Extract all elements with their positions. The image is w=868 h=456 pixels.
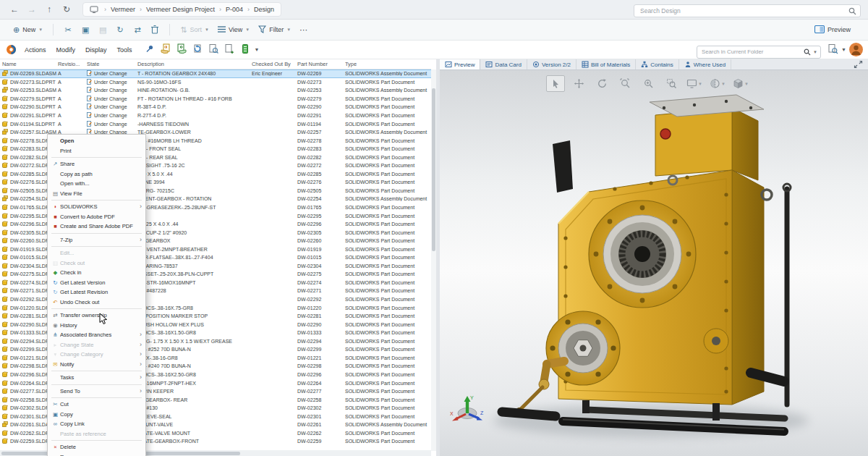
copy-button[interactable]: ▣	[77, 22, 94, 38]
context-menu-item-notify[interactable]: ✉Notify›	[48, 360, 145, 370]
context-menu-item-associated-branches[interactable]: ⋔Associated Branches›	[48, 330, 145, 340]
table-row[interactable]: DW-01194.SLDPRTAUnder Change-HARNESS TIE…	[0, 119, 431, 128]
search-menu-caret-icon[interactable]: ▼	[841, 47, 846, 52]
table-row[interactable]: DW-02291.SLDPRTAUnder ChangeR-27T-4 D.P.…	[0, 111, 431, 120]
context-menu-item-rename[interactable]: Rename	[48, 452, 145, 456]
breadcrumb-item[interactable]: Vermeer	[111, 6, 135, 13]
context-menu-item-get-latest-version[interactable]: ↻Get Latest Version	[48, 278, 145, 288]
cut-button[interactable]: ✂	[59, 22, 77, 38]
user-avatar[interactable]	[849, 43, 863, 56]
more-button[interactable]: ⋯	[295, 22, 312, 38]
table-row[interactable]: DW-02269.SLDASMAUnder ChangeT - ROTATION…	[0, 69, 431, 78]
toolbar-overflow-icon[interactable]: ▼	[255, 47, 260, 52]
context-menu-item-solidworks[interactable]: ◗SOLIDWORKS›	[48, 202, 145, 212]
global-search-input[interactable]	[634, 4, 861, 17]
preview-document-tool-button[interactable]	[205, 43, 221, 57]
search-options-caret-icon[interactable]: ▼	[813, 50, 817, 54]
context-menu-item-convert-to-adobe-pdf[interactable]: ■Convert to Adobe PDF	[48, 212, 145, 222]
context-menu-item-open[interactable]: Open	[48, 136, 145, 146]
column-header[interactable]: Revisio...	[56, 61, 87, 67]
context-menu-item-check-in[interactable]: ◆Check in	[48, 268, 145, 278]
context-menu-item-view-file[interactable]: ▤View File	[48, 189, 145, 199]
context-menu-item-delete[interactable]: ×Delete	[48, 442, 145, 452]
computer-icon[interactable]	[90, 5, 98, 14]
context-menu-item-send-to[interactable]: Send To›	[48, 387, 145, 397]
context-menu-item-cut[interactable]: ✂Cut	[48, 400, 145, 410]
refresh-button[interactable]: ↻	[58, 2, 75, 17]
context-menu-item-undo-check-out[interactable]: ↶Undo Check out	[48, 297, 145, 308]
context-menu-item-open-with[interactable]: Open with...	[48, 179, 145, 189]
back-button[interactable]: ←	[6, 2, 23, 17]
menu-item-label: Copy	[60, 411, 142, 418]
folder-search-input[interactable]	[697, 46, 821, 59]
tab-version-2-2[interactable]: Version 2/2	[527, 59, 576, 69]
check-out-tool-button[interactable]	[158, 43, 174, 57]
pin-icon[interactable]	[142, 43, 158, 57]
new-button[interactable]: ⊕ New▼	[9, 22, 47, 38]
column-header[interactable]: State	[87, 61, 137, 67]
search-icon[interactable]	[804, 46, 811, 59]
view-button[interactable]: View▼	[213, 22, 254, 38]
context-menu-item-get-latest-revision[interactable]: ↻Get Latest Revision	[48, 287, 145, 297]
tab-contains[interactable]: Contains	[636, 59, 679, 69]
vertical-scrollbar-thumb[interactable]	[432, 88, 435, 251]
context-menu-item-copy-link[interactable]: ∞Copy Link	[48, 419, 145, 429]
context-menu-item-edit[interactable]: Edit...	[48, 248, 145, 258]
context-menu-item-copy-as-path[interactable]: Copy as path	[48, 169, 145, 180]
tab-where-used[interactable]: Where Used	[679, 59, 731, 69]
sync-button[interactable]: ↻	[111, 22, 129, 38]
check-in-tool-button[interactable]	[174, 43, 190, 57]
context-menu-item-share[interactable]: ↗Share	[48, 159, 145, 169]
context-menu-item-print[interactable]: Print	[48, 146, 145, 156]
delete-button[interactable]	[146, 22, 163, 38]
gearbox-3d-model[interactable]	[477, 86, 825, 448]
filter-button[interactable]: Filter▼	[254, 22, 295, 38]
context-menu-item-tasks[interactable]: Tasks›	[48, 373, 145, 383]
expand-preview-icon[interactable]	[852, 60, 864, 69]
column-header[interactable]: Checked Out By	[252, 61, 297, 67]
sort-button[interactable]: ⇅ Sort▼	[176, 22, 213, 38]
vertical-scrollbar[interactable]	[431, 69, 436, 451]
context-menu-item-copy[interactable]: ▣Copy	[48, 410, 145, 420]
get-latest-version-tool-button[interactable]	[190, 43, 205, 57]
tab-bill-of-materials[interactable]: Bill of Materials	[576, 59, 636, 69]
table-row[interactable]: DW-02290.SLDPRTAUnder ChangeR-38T-4 D.P.…	[0, 103, 431, 111]
paste-button[interactable]: ▤	[94, 22, 111, 38]
preview-toggle-button[interactable]: Preview	[810, 22, 855, 38]
column-header[interactable]: Description	[137, 61, 252, 67]
context-menu-item-change-state[interactable]: ▸Change State›	[48, 340, 145, 350]
breadcrumb-item[interactable]: Vermeer Design Project	[146, 6, 215, 13]
context-menu-item-history[interactable]: ◉History	[48, 321, 145, 331]
column-header[interactable]: Type	[345, 61, 431, 67]
3d-viewer[interactable]: ▼▼▼	[440, 70, 868, 456]
table-row[interactable]: DW-02253.SLDASMAUnder ChangeHINE-ROTATIO…	[0, 86, 431, 95]
menu-modify[interactable]: Modify	[51, 43, 81, 56]
table-row[interactable]: DW-02273.SLDPRTAUnder ChangeNS-90-16MO-1…	[0, 78, 431, 87]
up-button[interactable]: ↑	[41, 2, 58, 17]
menu-display[interactable]: Display	[80, 43, 112, 56]
new-document-tool-button[interactable]	[221, 43, 237, 57]
context-menu-item-check-out[interactable]: ▥Check out	[48, 258, 145, 269]
cell-pn: DW-02305	[297, 230, 345, 235]
context-menu-item-transfer-ownership[interactable]: ⇄Transfer ownership	[48, 311, 145, 321]
breadcrumb-item[interactable]: P-004	[226, 6, 243, 13]
cell-desc: NG-GREASEZERK-.25-28UNF-ST	[137, 205, 252, 210]
column-header[interactable]: Part Number	[297, 61, 345, 67]
context-menu-item-create-and-share-adobe-pdf[interactable]: ■Create and Share Adobe PDF	[48, 221, 145, 232]
search-icon[interactable]	[848, 5, 856, 18]
breadcrumb-item[interactable]: Design	[254, 6, 274, 13]
advanced-search-button[interactable]	[825, 43, 841, 57]
bom-tool-button[interactable]	[237, 43, 253, 57]
share-button[interactable]: ⇄	[129, 22, 146, 38]
forward-button[interactable]: →	[23, 2, 41, 17]
menu-separator	[51, 233, 142, 234]
table-row[interactable]: DW-02279.SLDPRTAUnder ChangeFT - ROTATIO…	[0, 95, 431, 104]
tab-preview[interactable]: Preview	[440, 59, 480, 69]
tab-data-card[interactable]: Data Card	[480, 59, 527, 69]
context-menu-item-7-zip[interactable]: 7-Zip›	[48, 235, 145, 245]
context-menu-item-change-category[interactable]: ▾Change Category›	[48, 350, 145, 360]
menu-actions[interactable]: Actions	[20, 43, 51, 56]
menu-tools[interactable]: Tools	[112, 43, 137, 56]
context-menu-item-paste-as-reference[interactable]: Paste as reference	[48, 429, 145, 439]
column-header[interactable]: Name	[0, 61, 56, 67]
